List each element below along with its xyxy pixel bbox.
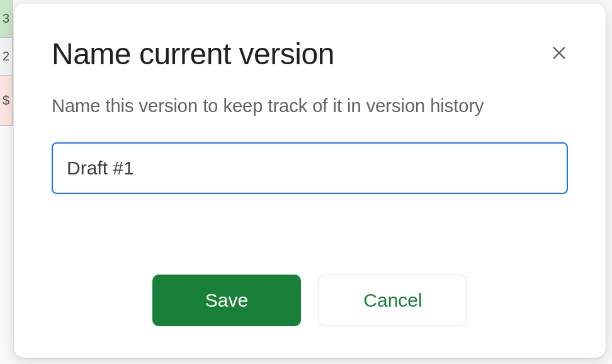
- close-icon: [550, 44, 568, 62]
- row-header: $: [0, 76, 13, 126]
- version-name-input[interactable]: [52, 142, 568, 194]
- dialog-description: Name this version to keep track of it in…: [52, 94, 568, 118]
- dialog-header: Name current version: [52, 37, 568, 71]
- row-header: 2: [0, 38, 13, 76]
- cancel-button[interactable]: Cancel: [319, 275, 467, 326]
- close-button[interactable]: [545, 39, 573, 67]
- dialog-actions: Save Cancel: [52, 275, 568, 326]
- dialog-title: Name current version: [52, 37, 334, 71]
- row-header: 3: [0, 0, 13, 38]
- name-version-dialog: Name current version Name this version t…: [14, 4, 606, 358]
- save-button[interactable]: Save: [152, 275, 301, 326]
